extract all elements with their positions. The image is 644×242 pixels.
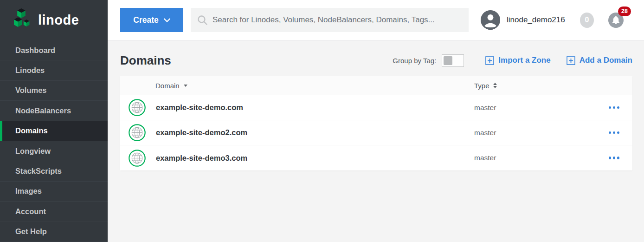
table-row: example-site-demo3.com master — [120, 145, 632, 170]
sidebar-item-volumes[interactable]: Volumes — [0, 81, 108, 101]
group-by-tag-toggle[interactable] — [442, 54, 464, 67]
notification-count: 28 — [621, 8, 628, 14]
domain-type: master — [474, 129, 608, 137]
linode-logo[interactable]: linode — [0, 0, 108, 40]
sidebar: linode Dashboard Linodes Volumes NodeBal… — [0, 0, 108, 242]
ellipsis-icon — [609, 131, 620, 134]
column-header-domain[interactable]: Domain — [155, 82, 474, 90]
sidebar-item-stackscripts[interactable]: StackScripts — [0, 161, 108, 181]
sort-descending-icon — [184, 85, 187, 87]
linode-cubes-icon — [14, 8, 32, 33]
main-content: Domains Group by Tag: Import a Zone Add … — [108, 40, 644, 242]
action-menu-button[interactable] — [608, 154, 621, 162]
sidebar-item-domains[interactable]: Domains — [0, 121, 108, 141]
page-title: Domains — [120, 53, 171, 68]
search-icon — [197, 15, 208, 26]
page-header: Domains Group by Tag: Import a Zone Add … — [120, 50, 632, 71]
globe-icon — [129, 150, 146, 167]
avatar-icon — [481, 10, 500, 30]
brand-name: linode — [38, 13, 79, 28]
add-a-domain-link[interactable]: Add a Domain — [567, 56, 632, 65]
pending-count-chip[interactable]: 0 — [580, 13, 594, 28]
plus-icon — [485, 56, 494, 65]
table-row: example-site-demo2.com master — [120, 120, 632, 145]
ellipsis-icon — [609, 157, 620, 159]
create-button-label: Create — [133, 15, 158, 25]
sidebar-item-longview[interactable]: Longview — [0, 141, 108, 161]
globe-icon — [129, 124, 146, 141]
column-header-type-label: Type — [474, 82, 489, 90]
user-menu[interactable]: linode_demo216 — [481, 10, 565, 30]
ellipsis-icon — [609, 106, 620, 109]
domain-link[interactable]: example-site-demo.com — [156, 103, 474, 112]
column-header-domain-label: Domain — [155, 82, 180, 90]
add-a-domain-label: Add a Domain — [580, 56, 632, 65]
domain-link[interactable]: example-site-demo3.com — [156, 154, 474, 163]
import-a-zone-label: Import a Zone — [498, 56, 550, 65]
import-a-zone-link[interactable]: Import a Zone — [485, 56, 550, 65]
chevron-down-icon — [164, 18, 170, 22]
table-header-row: Domain Type — [120, 76, 632, 95]
pending-count-value: 0 — [585, 16, 589, 24]
sidebar-item-images[interactable]: Images — [0, 182, 108, 202]
domain-link[interactable]: example-site-demo2.com — [156, 128, 474, 137]
sidebar-item-dashboard[interactable]: Dashboard — [0, 40, 108, 60]
search-bar[interactable] — [191, 8, 469, 32]
group-by-tag-label: Group by Tag: — [393, 57, 436, 65]
domain-type: master — [474, 104, 608, 112]
notifications-button[interactable]: 28 — [608, 13, 624, 28]
search-input[interactable] — [213, 15, 462, 25]
notification-badge: 28 — [618, 7, 631, 16]
sidebar-item-nodebalancers[interactable]: NodeBalancers — [0, 101, 108, 121]
domain-type: master — [474, 154, 608, 162]
topbar: Create linode_demo216 0 28 — [108, 0, 644, 40]
table-row: example-site-demo.com master — [120, 95, 632, 120]
domains-table: Domain Type example-site-demo.com master — [120, 76, 632, 170]
sidebar-nav: Dashboard Linodes Volumes NodeBalancers … — [0, 40, 108, 242]
sidebar-item-linodes[interactable]: Linodes — [0, 60, 108, 80]
toggle-knob — [444, 56, 452, 65]
plus-icon — [567, 56, 575, 65]
action-menu-button[interactable] — [608, 104, 621, 112]
sort-icon — [493, 83, 497, 88]
action-menu-button[interactable] — [608, 129, 621, 137]
username: linode_demo216 — [507, 15, 565, 25]
create-button[interactable]: Create — [120, 8, 183, 32]
sidebar-item-account[interactable]: Account — [0, 202, 108, 222]
sidebar-item-get-help[interactable]: Get Help — [0, 222, 108, 242]
column-header-type[interactable]: Type — [474, 82, 632, 90]
globe-icon — [129, 99, 146, 116]
